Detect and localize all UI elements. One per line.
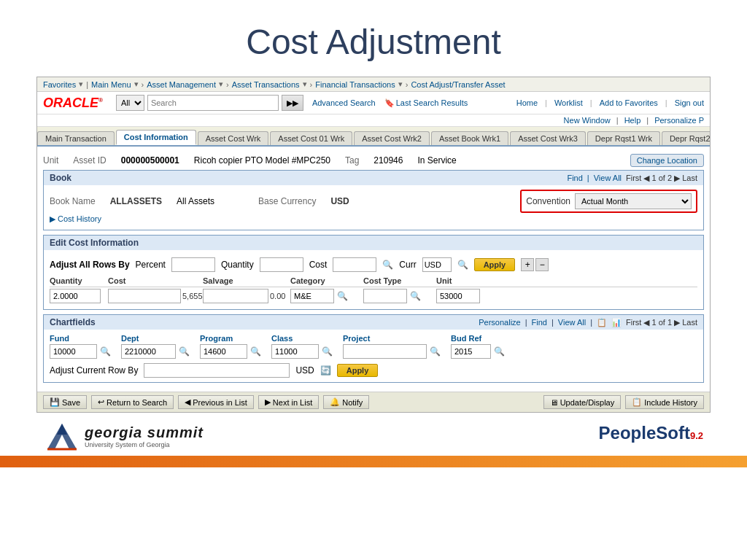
help-link[interactable]: Help bbox=[624, 116, 641, 125]
costtype-field[interactable] bbox=[363, 289, 407, 303]
tab-asset-cost-01-wrk[interactable]: Asset Cost 01 Wrk bbox=[270, 131, 352, 145]
tab-depr-rqst1-wrk[interactable]: Depr Rqst1 Wrk bbox=[587, 131, 660, 145]
tab-asset-book-wrk1[interactable]: Asset Book Wrk1 bbox=[431, 131, 508, 145]
notify-button[interactable]: 🔔 Notify bbox=[323, 395, 369, 409]
search-scope-select[interactable]: All bbox=[116, 95, 144, 111]
add-row-button[interactable]: + bbox=[521, 258, 534, 271]
save-button[interactable]: 💾 Save bbox=[43, 395, 87, 409]
budref-input[interactable] bbox=[451, 344, 491, 359]
previous-in-list-button[interactable]: ◀ Previous in List bbox=[178, 395, 254, 409]
next-icon: ▶ bbox=[265, 397, 271, 407]
quantity-input[interactable] bbox=[260, 257, 303, 272]
budref-lookup-button[interactable]: 🔍 bbox=[492, 346, 506, 357]
tag-label: Tag bbox=[345, 155, 359, 166]
remove-row-button[interactable]: − bbox=[535, 258, 549, 271]
tab-asset-cost-wrk[interactable]: Asset Cost Wrk bbox=[198, 131, 269, 145]
book-info-row: Book Name ALLASSETS All Assets Base Curr… bbox=[50, 190, 697, 213]
georgia-logo-text: georgia summit bbox=[85, 424, 204, 440]
program-input[interactable] bbox=[200, 344, 247, 359]
next-in-list-button[interactable]: ▶ Next in List bbox=[258, 395, 319, 409]
asset-id-value: 000000500001 bbox=[121, 155, 179, 166]
category-field[interactable] bbox=[290, 289, 334, 303]
class-input[interactable] bbox=[271, 344, 319, 359]
costtype-column-header: Cost Type bbox=[363, 276, 436, 285]
base-currency-label: Base Currency bbox=[258, 196, 316, 206]
update-icon: 🖥 bbox=[550, 398, 558, 407]
class-cell: 🔍 bbox=[271, 344, 337, 359]
class-lookup-button[interactable]: 🔍 bbox=[320, 346, 334, 357]
curr-input[interactable] bbox=[422, 257, 452, 272]
apply-button-current-row[interactable]: Apply bbox=[337, 364, 379, 377]
costtype-lookup-button[interactable]: 🔍 bbox=[409, 291, 422, 301]
cf-column-labels: Fund Dept Program Class Project Bud Ref bbox=[50, 334, 697, 344]
tab-asset-cost-wrk3[interactable]: Asset Cost Wrk3 bbox=[510, 131, 586, 145]
base-currency-value: USD bbox=[330, 196, 349, 206]
asset-description: Ricoh copier PTO Model #MPC250 bbox=[194, 155, 330, 166]
quantity-field[interactable] bbox=[50, 289, 101, 303]
fund-input[interactable] bbox=[50, 344, 97, 359]
quantity-column-header: Quantity bbox=[50, 276, 108, 285]
edit-cost-info-body: Adjust All Rows By Percent Quantity Cost… bbox=[44, 250, 703, 309]
tag-value: 210946 bbox=[374, 155, 403, 166]
history-icon: 📋 bbox=[632, 397, 642, 407]
include-history-button[interactable]: 📋 Include History bbox=[625, 395, 704, 409]
salvage-column-header: Salvage bbox=[203, 276, 290, 285]
home-link[interactable]: Home bbox=[516, 98, 538, 107]
tab-main-transaction[interactable]: Main Transaction bbox=[37, 131, 115, 145]
find-link[interactable]: Find bbox=[567, 174, 582, 183]
search-input[interactable] bbox=[147, 95, 279, 111]
cost-adjust-link[interactable]: Cost Adjust/Transfer Asset bbox=[411, 80, 505, 89]
cost-input[interactable] bbox=[333, 257, 376, 272]
change-location-button[interactable]: Change Location bbox=[630, 154, 704, 167]
refresh-icon: 🔄 bbox=[320, 365, 331, 376]
asset-transactions-link[interactable]: Asset Transactions bbox=[232, 80, 300, 89]
dept-label: Dept bbox=[121, 334, 194, 343]
tab-depr-rqst2-wrk[interactable]: Depr Rqst2 Wrk bbox=[662, 131, 710, 145]
return-to-search-button[interactable]: ↩ Return to Search bbox=[91, 395, 174, 409]
new-window-link[interactable]: New Window bbox=[564, 116, 611, 125]
favorites-link[interactable]: Favorites bbox=[43, 80, 76, 89]
budref-label: Bud Ref bbox=[451, 334, 509, 343]
search-go-button[interactable]: ▶▶ bbox=[282, 95, 303, 111]
cf-view-all-link[interactable]: View All bbox=[558, 318, 586, 327]
add-to-favorites-link[interactable]: Add to Favorites bbox=[600, 98, 658, 107]
adjust-all-rows-row: Adjust All Rows By Percent Quantity Cost… bbox=[50, 254, 697, 275]
main-menu-link[interactable]: Main Menu bbox=[91, 80, 131, 89]
sign-out-link[interactable]: Sign out bbox=[675, 98, 704, 107]
tab-cost-information[interactable]: Cost Information bbox=[116, 130, 196, 145]
project-cell: 🔍 bbox=[343, 344, 445, 359]
update-display-button[interactable]: 🖥 Update/Display bbox=[543, 395, 622, 409]
return-icon: ↩ bbox=[98, 397, 104, 407]
dept-input[interactable] bbox=[121, 344, 176, 359]
advanced-search-link[interactable]: Advanced Search bbox=[312, 98, 376, 107]
cost-field[interactable] bbox=[108, 289, 181, 303]
adjust-current-row-input[interactable] bbox=[144, 363, 290, 378]
project-lookup-button[interactable]: 🔍 bbox=[428, 346, 442, 357]
project-input[interactable] bbox=[343, 344, 427, 359]
apply-button-adjust[interactable]: Apply bbox=[474, 258, 516, 271]
view-all-link[interactable]: View All bbox=[594, 174, 622, 183]
percent-input[interactable] bbox=[171, 257, 215, 272]
edit-cost-info-section: Edit Cost Information Adjust All Rows By… bbox=[43, 235, 704, 310]
worklist-link[interactable]: Worklist bbox=[554, 98, 583, 107]
asset-management-link[interactable]: Asset Management bbox=[147, 80, 216, 89]
salvage-field[interactable] bbox=[203, 289, 268, 303]
unit-cell bbox=[436, 289, 495, 303]
dept-lookup-button[interactable]: 🔍 bbox=[177, 346, 191, 357]
status-badge: In Service bbox=[417, 155, 456, 166]
cost-history-link[interactable]: ▶ Cost History bbox=[50, 213, 697, 225]
program-lookup-button[interactable]: 🔍 bbox=[249, 346, 263, 357]
tab-asset-cost-wrk2[interactable]: Asset Cost Wrk2 bbox=[354, 131, 430, 145]
convention-label: Convention bbox=[526, 196, 570, 206]
unit-field[interactable] bbox=[436, 289, 480, 303]
last-search-results-link[interactable]: 🔖 Last Search Results bbox=[384, 98, 468, 108]
convention-select[interactable]: Actual MonthHalf MonthFull MonthMid Quar… bbox=[575, 193, 692, 209]
fund-lookup-button[interactable]: 🔍 bbox=[98, 346, 112, 357]
category-lookup-button[interactable]: 🔍 bbox=[336, 291, 349, 301]
financial-transactions-link[interactable]: Financial Transactions bbox=[315, 80, 395, 89]
cf-personalize-link[interactable]: Personalize bbox=[479, 318, 520, 327]
personalize-link[interactable]: Personalize P bbox=[654, 116, 704, 125]
save-icon: 💾 bbox=[50, 397, 60, 407]
convention-group: Convention Actual MonthHalf MonthFull Mo… bbox=[520, 190, 697, 213]
cf-find-link[interactable]: Find bbox=[532, 318, 547, 327]
